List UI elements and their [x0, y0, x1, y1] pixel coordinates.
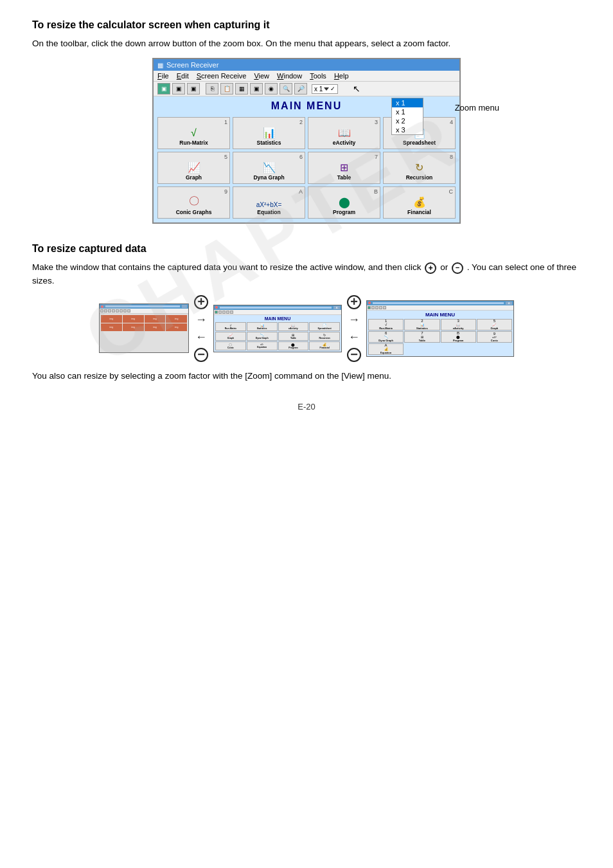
tb-btn-b3[interactable]: ◉	[265, 83, 278, 95]
mini-tb3-3	[375, 306, 378, 309]
zoom-in-icon[interactable]: +	[425, 262, 436, 274]
menu-tools[interactable]: Tools	[310, 72, 326, 80]
menubar[interactable]: File Edit Screen Receive View Window Too…	[154, 71, 459, 82]
mini-tb-2	[104, 309, 107, 312]
section2-body: Make the window that contains the captur…	[32, 261, 581, 287]
mini-title-3: A	[367, 301, 513, 305]
mini-tb3-5	[383, 306, 386, 309]
cell-icon-dyna: 📉	[263, 161, 276, 174]
mini-tb2-4	[226, 311, 229, 314]
tb-btn-saveas[interactable]: ▣	[187, 83, 200, 95]
menu-window[interactable]: Window	[277, 72, 302, 80]
cell-label-dyna: Dyna Graph	[253, 175, 284, 181]
toolbar: ▣ ▣ ▣ ⎘ 📋 ▦ ▣ ◉ 🔍 🔎 x 1 ✓ ↖	[154, 82, 459, 96]
lg-cell-table: B⬤Program	[441, 331, 476, 343]
mini-window-small: img img img img img img img img	[99, 303, 189, 353]
lg-cell-eact: 3📖eActivity	[441, 319, 476, 330]
mini-dot-3	[368, 302, 371, 304]
mini-tb-6	[120, 309, 123, 312]
zoom-option-x3[interactable]: x 3	[392, 125, 423, 134]
menu-file[interactable]: File	[157, 72, 169, 80]
cell-label-run: Run-Matrix	[179, 140, 208, 146]
tb-btn-copy[interactable]: ⎘	[206, 83, 218, 95]
zoom-out-btn-group1[interactable]: −	[194, 348, 208, 362]
tb-btn-paste[interactable]: 📋	[220, 83, 233, 95]
mini-cell-eact: 📖eActivity	[278, 322, 309, 331]
menu-cell-run-matrix[interactable]: 1 √ Run-Matrix	[157, 117, 230, 149]
mini-tb2-3	[222, 311, 226, 314]
section2-heading: To resize captured data	[32, 243, 581, 255]
cell-icon-prog: ⬤	[339, 196, 350, 208]
cell-label-stats: Statistics	[257, 140, 281, 146]
cell-icon-table: ⊞	[340, 161, 348, 174]
zoom-option-x1[interactable]: x 1	[392, 107, 423, 116]
cell-num-9: 9	[224, 188, 227, 195]
tb-btn-b1[interactable]: ▦	[235, 83, 248, 95]
menu-help[interactable]: Help	[334, 72, 349, 80]
mini-tb-3	[108, 309, 111, 312]
tb-btn-b2[interactable]: ▣	[250, 83, 263, 95]
mini-cell-spread: 📄Spreadsheet	[309, 322, 340, 331]
zoom-box[interactable]: x 1 ✓	[312, 84, 338, 94]
zoom-in-btn-group1[interactable]: +	[194, 295, 208, 309]
menu-cell-equation[interactable]: A aX²+bX= Equation	[233, 186, 305, 219]
screenshots-row: img img img img img img img img + → ← −	[32, 295, 581, 362]
mini-cell-prog: ⬤Program	[278, 341, 309, 350]
mini-tb2-5	[230, 311, 233, 314]
mini-cell-fin: 💰Financial	[309, 341, 340, 350]
mini-content-2: MAIN MENU √Run-Matrix 📊Statistics 📖eActi…	[214, 315, 341, 352]
cell-num-7: 7	[375, 154, 378, 160]
lg-cell-dyna: 7⊞Table	[404, 331, 440, 343]
mini-cell-table: ⊞Table	[278, 332, 309, 341]
checkmark: ✓	[330, 86, 335, 92]
zoom-out-btn-group2[interactable]: −	[347, 348, 361, 362]
mini-cell-dyna: 📉Dyna Graph	[247, 332, 278, 341]
menu-screenreceive[interactable]: Screen Receive	[197, 72, 247, 80]
menu-cell-dynagraph[interactable]: 6 📉 Dyna Graph	[233, 152, 305, 184]
section2-or: or	[440, 262, 448, 272]
mini-cell-recur: ↻Recursion	[309, 332, 340, 341]
arrow-group-1: + → ← −	[194, 295, 208, 362]
zoom-in-btn-group2[interactable]: +	[347, 295, 361, 309]
zoom-option-x1-check[interactable]: x 1	[392, 98, 423, 107]
cell-num-6: 6	[299, 154, 303, 160]
page-number: E-20	[32, 402, 581, 411]
menu-cell-program[interactable]: B ⬤ Program	[308, 186, 380, 219]
tb-btn-b4[interactable]: 🔍	[280, 83, 292, 95]
mini-tb2-2	[218, 311, 222, 314]
window-title: Screen Receiver	[166, 61, 218, 69]
right-arrow-1: →	[195, 313, 207, 327]
tb-btn-green[interactable]: ▣	[157, 83, 170, 95]
screen-receiver-window: ▦ Screen Receiver File Edit Screen Recei…	[152, 58, 461, 224]
cell-icon-recur: ↻	[415, 161, 423, 174]
menu-view[interactable]: View	[254, 72, 269, 80]
tb-btn-sep	[202, 83, 204, 95]
menu-cell-financial[interactable]: C 💰 Financial	[383, 186, 456, 219]
menu-cell-recursion[interactable]: 8 ↻ Recursion	[383, 152, 456, 184]
zoom-value: x 1	[314, 86, 323, 93]
mini-tb-4	[112, 309, 115, 312]
tb-btn-b5[interactable]: 🔎	[294, 83, 307, 95]
cell-icon-eact: 📖	[338, 127, 351, 139]
cell-icon-graph: 📈	[188, 161, 200, 174]
mini-grid-2: √Run-Matrix 📊Statistics 📖eActivity 📄Spre…	[215, 322, 340, 350]
mini-dot-1	[101, 305, 103, 308]
menu-edit[interactable]: Edit	[177, 72, 189, 80]
menu-cell-statistics[interactable]: 2 📊 Statistics	[233, 117, 305, 149]
cell-num-A: A	[299, 188, 303, 195]
zoom-option-x2[interactable]: x 2	[392, 116, 423, 125]
cell-icon-stats: 📊	[263, 127, 276, 139]
menu-cell-conic[interactable]: 9 〇 Conic Graphs	[157, 186, 230, 219]
menu-cell-table[interactable]: 7 ⊞ Table	[308, 152, 380, 184]
menu-cell-graph[interactable]: 5 📈 Graph	[157, 152, 230, 184]
tb-btn-save[interactable]: ▣	[172, 83, 185, 95]
cell-label-graph: Graph	[186, 175, 202, 181]
section2: To resize captured data Make the window …	[32, 243, 581, 383]
zoom-menu[interactable]: x 1 x 1 x 2 x 3	[391, 98, 423, 135]
cell-label-fin: Financial	[407, 210, 431, 215]
zoom-dropdown-arrow[interactable]	[324, 87, 329, 91]
menu-cell-eactivity[interactable]: 3 📖 eActivity	[308, 117, 380, 149]
zoom-out-icon[interactable]: −	[452, 262, 463, 274]
arrow-group-2: + → ← −	[347, 295, 361, 362]
mini-tb-8	[127, 309, 130, 312]
